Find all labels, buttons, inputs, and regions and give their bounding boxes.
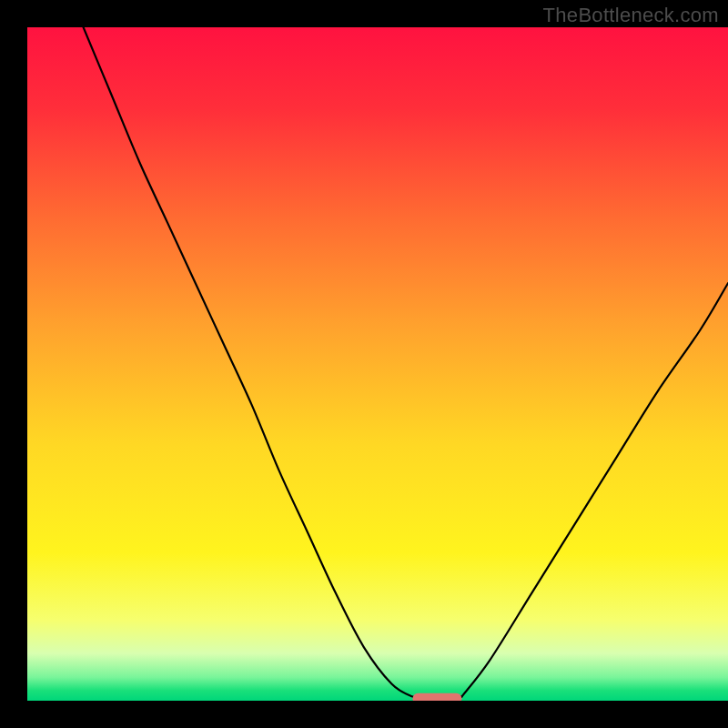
marker-group bbox=[413, 693, 462, 704]
watermark-text: TheBottleneck.com bbox=[543, 4, 719, 27]
plot-background bbox=[27, 27, 728, 701]
chart-svg bbox=[0, 0, 728, 728]
figure-container: TheBottleneck.com bbox=[0, 0, 728, 728]
optimal-region bbox=[413, 693, 462, 704]
